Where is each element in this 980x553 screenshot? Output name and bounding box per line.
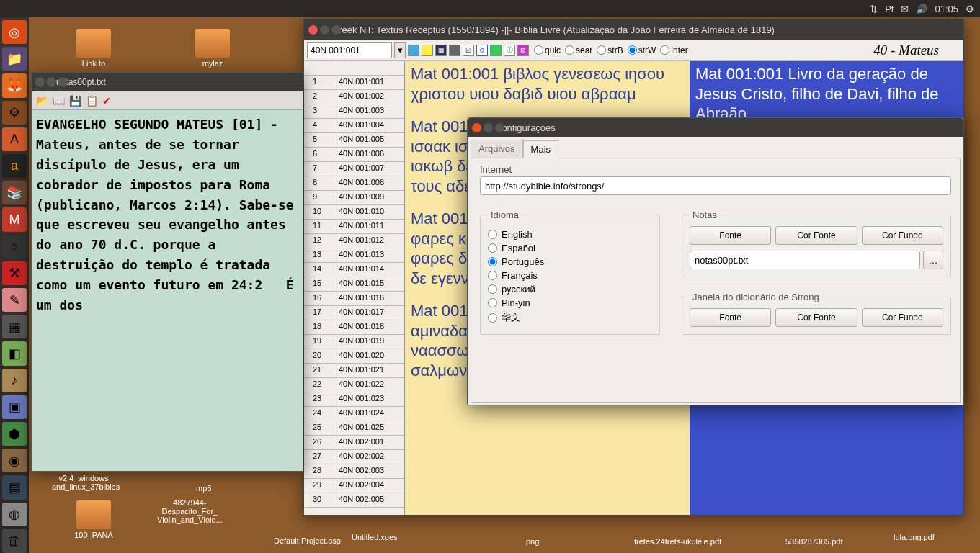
- desktop-file-label[interactable]: 5358287385.pdf: [785, 537, 843, 546]
- tool-icon-6[interactable]: ⚙: [476, 45, 488, 56]
- verse-row[interactable]: 2740N 002:002: [304, 450, 404, 464]
- verse-row[interactable]: 340N 001:003: [304, 104, 404, 119]
- tab-arquivos[interactable]: Arquivos: [471, 140, 523, 158]
- verse-row[interactable]: 2440N 001:024: [304, 407, 404, 421]
- radio-sear[interactable]: sear: [565, 45, 592, 55]
- verse-row[interactable]: 240N 001:002: [304, 90, 404, 104]
- minimize-icon[interactable]: [484, 123, 493, 132]
- app-icon-1[interactable]: ⚙: [2, 101, 27, 125]
- verse-row[interactable]: 2840N 002:003: [304, 464, 404, 479]
- lang-radio[interactable]: 华文: [488, 311, 652, 324]
- app-icon-14[interactable]: ◍: [2, 503, 27, 526]
- keyboard-indicator[interactable]: Pt: [885, 4, 894, 14]
- book-icon[interactable]: 📖: [53, 95, 65, 107]
- verse-row[interactable]: 1240N 001:012: [304, 234, 404, 248]
- internet-url-input[interactable]: [480, 176, 951, 195]
- check-icon[interactable]: ✔: [102, 95, 111, 107]
- config-titlebar[interactable]: Configurações: [468, 118, 963, 137]
- amazon-icon[interactable]: a: [2, 154, 27, 178]
- desktop-folder[interactable]: 100_PANA: [65, 500, 122, 539]
- verse-row[interactable]: 2640N 002:001: [304, 436, 404, 450]
- app-icon-11[interactable]: ⬢: [2, 422, 27, 446]
- tool-icon-4[interactable]: [449, 45, 460, 56]
- desktop-file-label[interactable]: v2.4_windows_ and_linux_37bibles: [52, 474, 120, 491]
- maximize-icon[interactable]: [58, 77, 68, 87]
- verse-row[interactable]: 3040N 002:005: [304, 493, 404, 508]
- maximize-icon[interactable]: [331, 25, 341, 35]
- trash-icon[interactable]: 🗑: [2, 529, 27, 553]
- verse-row[interactable]: 1040N 001:010: [304, 205, 404, 220]
- close-icon[interactable]: [308, 25, 318, 35]
- tool-icon-8[interactable]: ⓘ: [504, 45, 515, 56]
- lang-radio[interactable]: русский: [488, 284, 652, 295]
- tab-mais[interactable]: Mais: [523, 140, 558, 158]
- minimize-icon[interactable]: [320, 25, 329, 35]
- notas-file-input[interactable]: [690, 251, 920, 269]
- tool-icon-3[interactable]: ▦: [435, 45, 447, 56]
- notas-corfonte-button[interactable]: Cor Fonte: [775, 226, 857, 245]
- lang-radio[interactable]: Français: [488, 270, 652, 281]
- verse-row[interactable]: 140N 001:001: [304, 76, 404, 90]
- verse-row[interactable]: 1340N 001:013: [304, 248, 404, 263]
- verse-row[interactable]: 1740N 001:017: [304, 306, 404, 320]
- verse-row[interactable]: 2340N 001:023: [304, 392, 404, 407]
- software-icon[interactable]: A: [2, 127, 27, 151]
- verse-row[interactable]: 1540N 001:015: [304, 277, 404, 292]
- strong-corfonte-button[interactable]: Cor Fonte: [775, 308, 857, 327]
- volume-icon[interactable]: 🔊: [916, 4, 927, 14]
- app-icon-12[interactable]: ◉: [2, 449, 27, 472]
- copy-icon[interactable]: 📋: [86, 95, 98, 107]
- app-icon-2[interactable]: 📚: [2, 181, 27, 204]
- strong-fonte-button[interactable]: Fonte: [690, 308, 771, 327]
- verse-row[interactable]: 540N 001:005: [304, 133, 404, 148]
- minimize-icon[interactable]: [46, 77, 56, 87]
- firefox-icon[interactable]: 🦊: [2, 73, 27, 97]
- notas-fonte-button[interactable]: Fonte: [690, 226, 771, 245]
- lang-radio[interactable]: Português: [488, 256, 652, 267]
- radio-strB[interactable]: strB: [597, 45, 623, 55]
- app-icon-4[interactable]: ○: [2, 235, 27, 258]
- mail-icon[interactable]: ✉: [901, 4, 909, 14]
- tool-icon-7[interactable]: [490, 45, 502, 56]
- notas-browse-button[interactable]: …: [923, 251, 943, 269]
- lang-radio[interactable]: Español: [488, 243, 652, 253]
- verse-row[interactable]: 940N 001:009: [304, 191, 404, 205]
- tool-icon-1[interactable]: [408, 45, 419, 56]
- verse-row[interactable]: 1140N 001:011: [304, 220, 404, 234]
- desktop-file-label[interactable]: 4827944- Despacito_For_ Violin_and_Violo…: [157, 498, 223, 524]
- verse-row[interactable]: 1840N 001:018: [304, 320, 404, 335]
- ref-dropdown-button[interactable]: ▾: [394, 42, 406, 58]
- tool-icon-5[interactable]: ☑: [463, 45, 474, 56]
- radio-inter[interactable]: inter: [660, 45, 687, 55]
- desktop-file-label[interactable]: fretes.24frets-ukulele.pdf: [634, 537, 721, 546]
- desktop-file-label[interactable]: png: [526, 537, 539, 546]
- lang-radio[interactable]: English: [488, 229, 652, 240]
- maximize-icon[interactable]: [495, 123, 504, 132]
- dash-icon[interactable]: ◎: [2, 20, 27, 44]
- close-icon[interactable]: [472, 123, 481, 132]
- verse-row[interactable]: 640N 001:006: [304, 148, 404, 162]
- desktop-file-label[interactable]: lula.png.pdf: [894, 533, 935, 541]
- app-icon-8[interactable]: ◧: [2, 341, 27, 365]
- verse-row[interactable]: 2540N 001:025: [304, 421, 404, 436]
- verse-row[interactable]: 740N 001:007: [304, 162, 404, 176]
- lang-radio[interactable]: Pin-yin: [488, 297, 652, 308]
- verse-row[interactable]: 440N 001:004: [304, 119, 404, 133]
- notas-corfundo-button[interactable]: Cor Fundo: [862, 226, 943, 245]
- radio-strW[interactable]: strW: [628, 45, 656, 55]
- app-icon-7[interactable]: ▦: [2, 315, 27, 338]
- app-icon-5[interactable]: ⚒: [2, 261, 27, 285]
- verse-row[interactable]: 2940N 002:004: [304, 479, 404, 493]
- app-icon-10[interactable]: ▣: [2, 395, 27, 419]
- save-icon[interactable]: 💾: [69, 95, 81, 107]
- notes-titlebar[interactable]: notas00pt.txt: [32, 73, 303, 91]
- app-icon-9[interactable]: ♪: [2, 369, 27, 392]
- notes-content[interactable]: EVANGELHO SEGUNDO MATEUS [01] - Mateus, …: [32, 110, 303, 320]
- desktop-folder[interactable]: Link to: [65, 29, 122, 68]
- strong-corfundo-button[interactable]: Cor Fundo: [862, 308, 943, 327]
- verse-row[interactable]: 2040N 001:020: [304, 349, 404, 364]
- verse-row[interactable]: 1940N 001:019: [304, 335, 404, 349]
- desktop-file-label[interactable]: mp3: [196, 484, 211, 493]
- desktop-file-label[interactable]: Default Project.osp: [274, 536, 341, 545]
- verse-index-table[interactable]: 140N 001:001240N 001:002340N 001:003440N…: [304, 61, 405, 515]
